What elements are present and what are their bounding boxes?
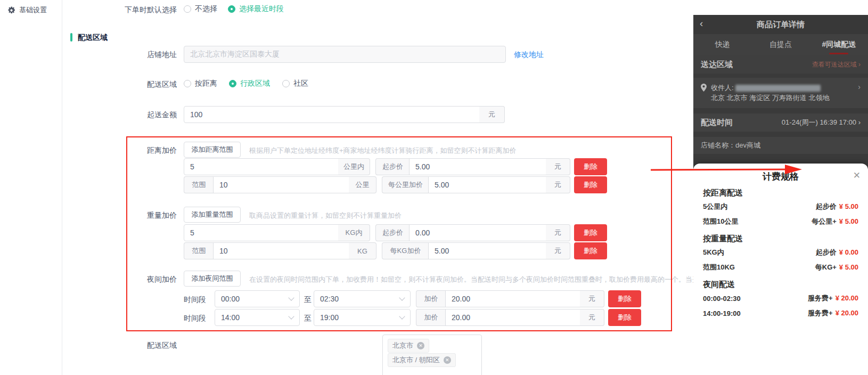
fee-rule-type: 服务费+	[808, 294, 833, 302]
chevron-down-icon	[399, 295, 405, 300]
delete-button[interactable]: 删除	[574, 242, 607, 259]
per-kg-price-input[interactable]	[428, 242, 546, 259]
weight-limit-unit: KG内	[338, 224, 370, 241]
night-price-input[interactable]	[445, 309, 580, 326]
sidebar-item-basic-settings[interactable]: 基础设置	[0, 0, 62, 15]
time-from-select[interactable]: 00:00	[215, 290, 300, 307]
recipient-label: 收件人:	[711, 84, 734, 92]
default-select-label: 下单时默认选择	[118, 5, 177, 15]
tab-pickup[interactable]: 自提点	[751, 40, 809, 50]
store-address-input[interactable]	[184, 46, 506, 63]
time-to-select[interactable]: 19:00	[314, 309, 411, 326]
currency-suffix: 元	[546, 242, 570, 259]
fee-rule-type: 起步价	[816, 202, 837, 210]
area-tag[interactable]: 北京市 / 朝阳区 ✕	[388, 353, 456, 367]
fee-rule-type: 每公里+	[812, 217, 837, 225]
delete-button[interactable]: 删除	[608, 309, 641, 326]
delete-button[interactable]: 删除	[574, 176, 607, 193]
phone-tabs: 快递 自提点 #同城配送	[693, 34, 868, 55]
fee-rule-name: 范围10公里	[703, 217, 738, 226]
close-icon[interactable]: ✕	[853, 170, 861, 181]
chevron-right-icon: ›	[858, 83, 861, 91]
base-price-input[interactable]	[409, 158, 546, 175]
location-pin-icon	[701, 84, 707, 92]
radio-icon	[228, 5, 235, 13]
area-tag-label: 北京市	[392, 341, 413, 350]
base-price-input[interactable]	[409, 224, 546, 241]
recipient-address: 北京 北京市 海淀区 万寿路街道 北领地	[711, 93, 829, 103]
delivery-time-label: 配送时间	[701, 118, 733, 128]
tab-city-delivery[interactable]: #同城配送	[810, 40, 868, 50]
radio-recent-period[interactable]: 选择最近时段	[228, 4, 284, 14]
time-from-select[interactable]: 14:00	[215, 309, 300, 326]
area-type-label: 配送区域	[118, 80, 177, 89]
sheet-section-title: 夜间配送	[703, 280, 858, 290]
sheet-row: 00:00-02:30 服务费+¥ 20.00	[703, 291, 858, 306]
radio-by-distance[interactable]: 按距离	[184, 79, 217, 88]
delivery-area-label: 配送区域	[118, 341, 177, 350]
back-icon[interactable]: ‹	[700, 18, 703, 29]
distance-limit-input[interactable]	[184, 158, 339, 175]
fee-rule-name: 5KG内	[703, 248, 724, 257]
fee-price: ¥ 5.00	[839, 263, 858, 271]
sheet-row: 范围10公里 每公里+¥ 5.00	[703, 214, 858, 229]
weight-markup-label: 重量加价	[118, 211, 177, 221]
phone-preview: ‹ 商品订单详情 快递 自提点 #同城配送 送达区域 查看可送达区域 › 收件人…	[693, 15, 868, 331]
sheet-title: 计费规格	[703, 170, 858, 183]
tab-express[interactable]: 快递	[693, 40, 751, 50]
currency-suffix: 元	[546, 158, 570, 175]
currency-suffix: 元	[580, 290, 604, 307]
delete-button[interactable]: 删除	[574, 158, 607, 175]
range-prefix: 范围	[184, 242, 214, 259]
range-prefix: 范围	[184, 176, 214, 193]
delete-button[interactable]: 删除	[608, 290, 641, 307]
add-weight-range-button[interactable]: 添加重量范围	[184, 207, 241, 223]
radio-label: 行政区域	[240, 79, 270, 88]
gear-icon	[7, 6, 15, 14]
fee-rule-type: 起步价	[816, 248, 837, 256]
delete-button[interactable]: 删除	[574, 224, 607, 241]
tag-remove-icon[interactable]: ✕	[444, 356, 451, 364]
distance-limit-unit: 公里内	[338, 158, 370, 175]
add-distance-range-button[interactable]: 添加距离范围	[184, 142, 241, 158]
add-night-range-button[interactable]: 添加夜间范围	[184, 271, 241, 287]
time-from-value: 00:00	[221, 295, 240, 303]
fee-rule-name: 5公里内	[703, 202, 727, 211]
chevron-down-icon	[399, 313, 405, 319]
page: 基础设置 下单时默认选择 不选择 选择最近时段 配送区域 店铺地址 修改地址 配…	[0, 0, 868, 375]
base-price-prefix: 起步价	[375, 224, 410, 241]
night-price-input[interactable]	[445, 290, 580, 307]
fee-rule-name: 00:00-02:30	[703, 295, 741, 303]
sidebar-item-label: 基础设置	[19, 5, 47, 15]
store-address-label: 店铺地址	[118, 50, 177, 60]
per-kg-price-prefix: 每KG加价	[382, 242, 429, 259]
min-amount-unit: 元	[479, 106, 505, 123]
radio-label: 选择最近时段	[239, 4, 284, 14]
view-zone-link[interactable]: 查看可送达区域 ›	[812, 60, 861, 69]
sheet-row: 范围10KG 每KG+¥ 5.00	[703, 260, 858, 275]
time-to-value: 02:30	[320, 295, 339, 303]
per-km-price-input[interactable]	[428, 176, 546, 193]
edit-address-link[interactable]: 修改地址	[514, 50, 544, 60]
min-amount-input[interactable]	[184, 106, 480, 123]
weight-limit-input[interactable]	[184, 224, 339, 241]
base-price-prefix: 起步价	[375, 158, 410, 175]
recipient-row[interactable]: 收件人: 北京 北京市 海淀区 万寿路街道 北领地 ›	[693, 78, 868, 108]
radio-community[interactable]: 社区	[282, 79, 308, 88]
radio-no-select[interactable]: 不选择	[184, 4, 217, 14]
markup-prefix: 加价	[416, 290, 446, 307]
delivery-time-row[interactable]: 配送时间 01-24(周一) 16:39 17:00 ›	[693, 113, 868, 132]
currency-suffix: 元	[546, 224, 570, 241]
distance-range-input[interactable]	[213, 176, 349, 193]
fee-price: ¥ 0.00	[839, 248, 858, 256]
tag-remove-icon[interactable]: ✕	[417, 342, 424, 349]
area-tag[interactable]: 北京市 ✕	[388, 339, 429, 353]
radio-admin-region[interactable]: 行政区域	[229, 79, 270, 88]
sidebar: 基础设置	[0, 0, 62, 375]
weight-range-input[interactable]	[213, 242, 349, 259]
time-to-value: 19:00	[320, 313, 339, 322]
fee-price: ¥ 20.00	[836, 309, 858, 317]
currency-suffix: 元	[546, 176, 570, 193]
fee-price: ¥ 5.00	[839, 202, 858, 210]
time-to-select[interactable]: 02:30	[314, 290, 411, 307]
